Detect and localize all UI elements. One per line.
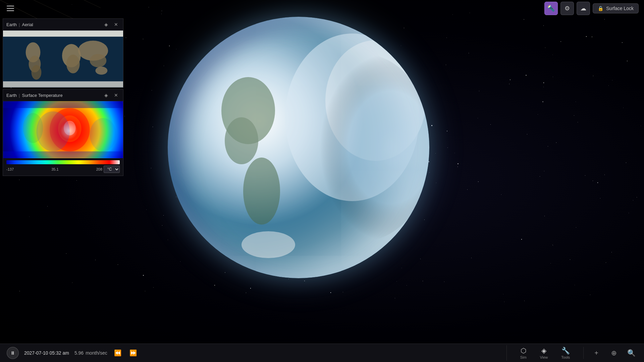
pause-icon: ⏸	[10, 350, 15, 356]
sim-icon: ⬡	[521, 347, 526, 355]
cloud-button[interactable]: ☁	[577, 2, 590, 15]
svg-rect-41	[3, 152, 123, 158]
temp-panel-controls: ◈ ✕	[102, 92, 120, 99]
scale-max-label: 208	[96, 167, 102, 171]
menu-line-1	[7, 6, 14, 6]
temp-earth-label: Earth	[6, 93, 17, 98]
svg-point-23	[243, 158, 280, 225]
rewind-icon: ⏪	[114, 349, 121, 357]
temp-panel-title: Earth | Surface Temperature	[6, 93, 63, 98]
surface-lock-icon: 🔒	[598, 6, 603, 11]
view-nav-button[interactable]: ◈ View	[533, 345, 555, 361]
surface-temp-panel: Earth | Surface Temperature ◈ ✕	[3, 89, 123, 176]
view-label: View	[540, 355, 548, 359]
top-bar: 🔦 ⚙ ☁ 🔒 Surface Lock	[0, 0, 644, 17]
temp-panel-header: Earth | Surface Temperature ◈ ✕	[3, 89, 123, 101]
view-icon: ◈	[541, 347, 546, 355]
layers-icon: ◈	[104, 22, 108, 27]
svg-rect-30	[3, 81, 123, 87]
aerial-type-label: Aerial	[22, 22, 33, 27]
close-icon: ✕	[114, 22, 118, 27]
aerial-panel-header: Earth | Aerial ◈ ✕	[3, 19, 123, 31]
menu-line-3	[7, 10, 14, 11]
aerial-map-image	[3, 31, 123, 87]
temp-close-icon: ✕	[114, 93, 118, 98]
svg-point-38	[95, 67, 107, 75]
unit-dropdown[interactable]: °C °F K	[104, 166, 120, 173]
flashlight-icon: 🔦	[547, 5, 555, 12]
svg-point-27	[241, 231, 295, 258]
svg-point-47	[90, 118, 117, 151]
aerial-panel-title: Earth | Aerial	[6, 22, 33, 27]
cloud-icon: ☁	[580, 5, 586, 12]
playback-section: ⏸ 2027-07-10 05:32 am 5.96 month/sec ⏪ ⏩	[0, 347, 506, 359]
temp-type-label: Surface Temperature	[22, 93, 62, 98]
temp-layers-button[interactable]: ◈	[102, 92, 110, 99]
search-icon: 🔍	[627, 349, 636, 357]
search-button[interactable]: 🔍	[625, 347, 637, 359]
svg-point-22	[225, 117, 258, 164]
top-right-controls: 🔦 ⚙ ☁ 🔒 Surface Lock	[544, 2, 639, 15]
pause-button[interactable]: ⏸	[7, 347, 19, 359]
svg-point-26	[292, 54, 429, 241]
aerial-earth-label: Earth	[6, 22, 17, 27]
sim-label: Sim	[520, 355, 527, 359]
plus-icon: +	[594, 349, 598, 357]
left-panels: Earth | Aerial ◈ ✕	[3, 18, 123, 177]
scale-unit-container: 208 °C °F K	[96, 166, 120, 173]
nav-buttons: ⬡ Sim ◈ View 🔧 Tools	[506, 345, 583, 361]
earth-globe	[168, 17, 429, 278]
zoom-in-button[interactable]: +	[590, 347, 602, 359]
sim-nav-button[interactable]: ⬡ Sim	[514, 345, 533, 361]
menu-button[interactable]	[5, 2, 17, 14]
color-scale-labels: -137 35.1 208 °C °F K	[6, 166, 120, 173]
svg-rect-29	[3, 31, 123, 37]
settings-icon: ⚙	[565, 5, 570, 12]
scale-mid-label: 35.1	[51, 167, 58, 171]
aerial-panel: Earth | Aerial ◈ ✕	[3, 18, 123, 88]
bottom-bar: ⏸ 2027-07-10 05:32 am 5.96 month/sec ⏪ ⏩…	[0, 344, 644, 362]
surface-lock-button[interactable]: 🔒 Surface Lock	[593, 3, 639, 13]
aerial-separator: |	[19, 22, 20, 27]
tools-nav-button[interactable]: 🔧 Tools	[554, 345, 577, 361]
svg-rect-40	[3, 101, 123, 108]
tools-icon: 🔧	[561, 347, 570, 355]
svg-point-32	[66, 55, 80, 73]
rewind-button[interactable]: ⏪	[113, 348, 123, 358]
center-button[interactable]: ⊕	[608, 347, 620, 359]
svg-point-46	[36, 111, 69, 151]
tools-label: Tools	[561, 355, 570, 359]
temp-close-button[interactable]: ✕	[112, 92, 120, 99]
color-scale-container: -137 35.1 208 °C °F K	[3, 158, 123, 176]
menu-line-2	[7, 8, 14, 9]
color-scale-bar	[6, 160, 120, 164]
temp-separator: |	[19, 93, 20, 98]
target-icon: ⊕	[611, 349, 617, 357]
temp-layers-icon: ◈	[104, 93, 108, 98]
speed-display: 5.96 month/sec	[74, 350, 107, 356]
speed-value: 5.96	[74, 350, 84, 356]
aerial-close-button[interactable]: ✕	[112, 21, 120, 28]
bottom-right-controls: + ⊕ 🔍	[583, 347, 644, 359]
forward-button[interactable]: ⏩	[128, 348, 138, 358]
datetime-display: 2027-07-10 05:32 am	[24, 350, 69, 356]
svg-point-35	[32, 65, 42, 80]
svg-point-37	[90, 54, 107, 67]
aerial-layers-button[interactable]: ◈	[102, 21, 110, 28]
forward-icon: ⏩	[129, 349, 137, 357]
temp-map-image	[3, 101, 123, 158]
surface-lock-label: Surface Lock	[606, 6, 634, 11]
aerial-panel-controls: ◈ ✕	[102, 21, 120, 28]
settings-button[interactable]: ⚙	[560, 2, 574, 15]
flashlight-button[interactable]: 🔦	[544, 2, 558, 15]
scale-min-label: -137	[6, 167, 14, 171]
speed-unit: month/sec	[86, 350, 107, 356]
